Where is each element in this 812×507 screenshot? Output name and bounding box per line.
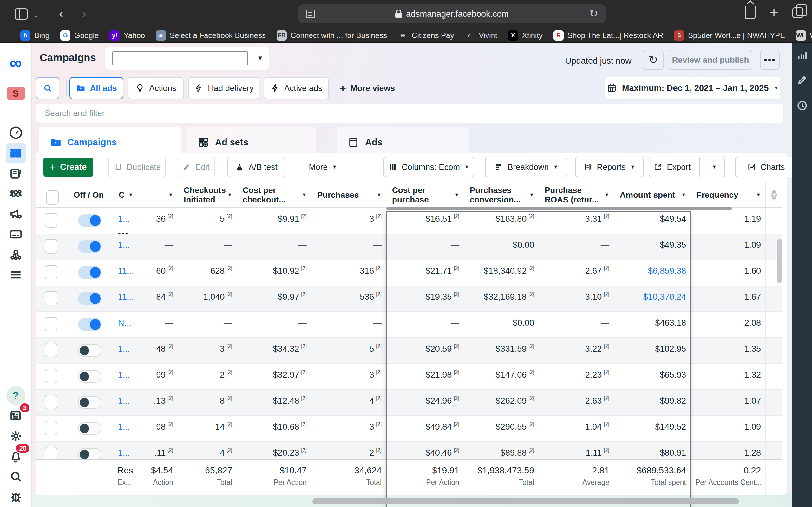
- row-toggle[interactable]: [67, 312, 113, 337]
- sidebar-item-pages[interactable]: [6, 163, 26, 183]
- row-toggle[interactable]: [67, 390, 113, 415]
- export-caret[interactable]: ▼: [705, 164, 724, 170]
- sort-caret-icon[interactable]: ▼: [604, 190, 609, 200]
- sidebar-item-report-bug[interactable]: [6, 487, 26, 507]
- row-toggle[interactable]: [67, 260, 113, 285]
- column-header-frequency[interactable]: Frequency▼: [691, 182, 765, 207]
- create-button[interactable]: +Create: [44, 157, 93, 177]
- page-settings-icon[interactable]: [306, 9, 315, 18]
- sidebar-item-account-overview[interactable]: [6, 123, 26, 143]
- column-header-purchases-conversion-[interactable]: Purchases conversion...▼: [464, 182, 539, 207]
- bookmark-item[interactable]: GGoogle: [60, 31, 99, 41]
- filter-pill-active-ads[interactable]: Active ads: [264, 77, 329, 99]
- browser-sidebar-toggle-icon[interactable]: [14, 8, 28, 20]
- row-checkbox[interactable]: [36, 312, 67, 337]
- row-toggle[interactable]: [67, 286, 113, 312]
- row-actions-dots[interactable]: •••: [118, 229, 133, 233]
- bookmark-item[interactable]: bBing: [20, 31, 49, 41]
- sort-caret-icon[interactable]: ▼: [681, 190, 686, 200]
- sort-caret-icon[interactable]: ▼: [454, 190, 459, 200]
- reload-icon[interactable]: ↻: [589, 7, 599, 20]
- selector-caret-icon[interactable]: ▼: [257, 55, 263, 62]
- sidebar-item-campaigns[interactable]: [6, 143, 26, 163]
- row-toggle[interactable]: [67, 338, 113, 363]
- row-checkbox[interactable]: [36, 338, 67, 363]
- sidebar-item-billing[interactable]: [6, 224, 26, 244]
- campaign-name-cell[interactable]: 1...: [113, 390, 138, 415]
- column-header-off-on[interactable]: Off / On: [67, 182, 113, 207]
- campaign-name-cell[interactable]: 11...: [113, 286, 138, 312]
- sidebar-item-notifications[interactable]: 20: [6, 446, 26, 466]
- bookmark-item[interactable]: ⊕Citizens Pay: [398, 31, 454, 41]
- export-button[interactable]: Export ▼: [649, 157, 725, 177]
- search-filter-bar[interactable]: [36, 104, 783, 123]
- sidebar-item-updates[interactable]: 3: [6, 406, 26, 426]
- reports-button[interactable]: Reports▼: [575, 157, 644, 177]
- ab-test-button[interactable]: A/B test: [227, 157, 285, 177]
- bookmark-item[interactable]: FBConnect with ... for Business: [276, 31, 387, 41]
- column-header-hidden[interactable]: ▼: [138, 182, 177, 207]
- sidebar-item-audiences[interactable]: [6, 183, 26, 204]
- row-checkbox[interactable]: [36, 286, 67, 312]
- edit-button[interactable]: Edit: [177, 157, 215, 177]
- refresh-button[interactable]: ↻: [643, 50, 664, 70]
- header-more-button[interactable]: •••: [760, 50, 780, 70]
- more-button[interactable]: More▼: [302, 157, 344, 177]
- sidebar-item-ads-reporting[interactable]: [6, 204, 26, 224]
- row-checkbox[interactable]: [36, 416, 67, 441]
- column-header-cost-per-checkout-[interactable]: Cost per checkout...▼: [237, 182, 311, 207]
- campaign-name-cell[interactable]: 1...: [113, 338, 138, 363]
- bookmark-item[interactable]: y!Yahoo: [109, 31, 145, 41]
- sort-caret-icon[interactable]: ▼: [302, 190, 307, 200]
- address-bar[interactable]: adsmanager.facebook.com ↻: [298, 4, 606, 23]
- bookmark-item[interactable]: XXfinity: [508, 31, 543, 41]
- sort-caret-icon[interactable]: ▼: [756, 190, 761, 200]
- filter-pill-all-ads[interactable]: All ads: [69, 77, 123, 99]
- column-header-c[interactable]: C▼: [113, 182, 138, 207]
- column-header-amount-spent[interactable]: Amount spent▼: [614, 182, 691, 207]
- column-header-purchases[interactable]: Purchases▼: [311, 182, 386, 207]
- row-checkbox[interactable]: [36, 234, 67, 260]
- edit-rail-icon[interactable]: [797, 74, 808, 86]
- row-toggle[interactable]: [67, 208, 113, 233]
- charts-button[interactable]: Charts: [735, 157, 797, 177]
- share-icon[interactable]: [745, 6, 756, 19]
- bookmark-item[interactable]: RShop The Lat...| Restock AR: [554, 31, 663, 41]
- sort-caret-icon[interactable]: ▼: [128, 190, 133, 200]
- row-checkbox[interactable]: [36, 390, 67, 415]
- column-header-checkouts-initiated[interactable]: Checkouts Initiated▼: [177, 182, 237, 207]
- search-filter-input[interactable]: [36, 108, 709, 118]
- meta-logo[interactable]: ∞: [9, 52, 22, 74]
- column-header-purchase-roas-retur-[interactable]: Purchase ROAS (retur...▼: [539, 182, 614, 207]
- new-tab-icon[interactable]: +: [769, 6, 778, 19]
- filter-pill-more-views[interactable]: +More views: [336, 77, 399, 99]
- sidebar-item-search[interactable]: [6, 466, 26, 487]
- sort-caret-icon[interactable]: ▼: [227, 190, 232, 200]
- column-header-cost-per-purchase[interactable]: Cost per purchase▼: [386, 182, 464, 207]
- sidebar-chevron-icon[interactable]: ⌄: [33, 11, 39, 20]
- tab-overview-icon[interactable]: [792, 7, 803, 18]
- row-checkbox[interactable]: [36, 260, 67, 285]
- breakdown-button[interactable]: Breakdown▼: [485, 157, 567, 177]
- horizontal-scrollbar-bottom[interactable]: [312, 498, 739, 504]
- bookmark-item[interactable]: ▣Select a Facebook Business: [156, 31, 266, 41]
- campaign-name-cell[interactable]: 1...: [113, 234, 138, 260]
- business-avatar[interactable]: S: [7, 87, 25, 101]
- row-checkbox[interactable]: [36, 208, 67, 233]
- vertical-scrollbar[interactable]: [777, 239, 781, 283]
- row-toggle[interactable]: [67, 364, 113, 389]
- campaign-name-cell[interactable]: 1...: [113, 442, 138, 459]
- review-and-publish-button[interactable]: Review and publish: [669, 50, 752, 70]
- duplicate-button[interactable]: Duplicate: [108, 157, 166, 177]
- columns-button[interactable]: Columns: Ecom▼: [384, 157, 474, 177]
- filter-pill-actions[interactable]: Actions: [128, 77, 184, 99]
- row-checkbox[interactable]: [36, 364, 67, 389]
- sort-caret-icon[interactable]: ▼: [529, 190, 534, 200]
- campaign-name-cell[interactable]: 11...: [113, 260, 138, 285]
- sort-caret-icon[interactable]: ▼: [376, 190, 382, 200]
- filter-search-button[interactable]: [36, 77, 59, 99]
- filter-pill-had-delivery[interactable]: Had delivery: [188, 77, 259, 99]
- sidebar-item-all-tools[interactable]: [6, 265, 26, 285]
- sidebar-item-business-assets[interactable]: [6, 244, 26, 265]
- campaign-name-cell[interactable]: 1...•••: [113, 208, 138, 233]
